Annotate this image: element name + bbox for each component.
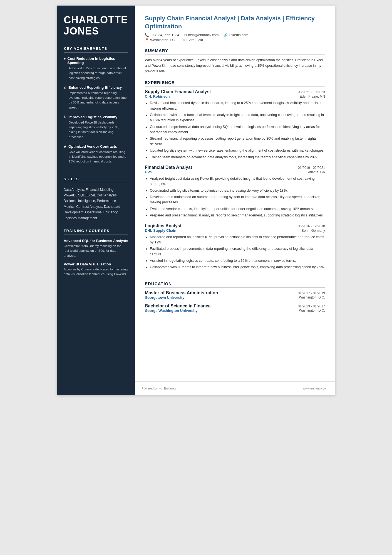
footer-left: Powered by ∞ Enhancv <box>142 386 177 391</box>
achievement-desc-4: Co-evaluated vendor contracts resulting … <box>64 150 128 164</box>
phone-text: +1-(234)-555-1234 <box>150 33 179 37</box>
exp-bullets-1: Devised and implemented dynamic dashboar… <box>145 100 325 160</box>
exp-header-1: Supply Chain Financial Analyst 03/2021 -… <box>145 89 325 94</box>
bullet-2-5: Prepared and presented financial analysi… <box>150 213 325 218</box>
training-item-2: Power BI Data Visualization A course by … <box>64 262 128 277</box>
bullet-2-3: Developed and maintained an automated re… <box>150 194 325 205</box>
exp-title-2: Financial Data Analyst <box>145 165 192 170</box>
exp-location-2: Atlanta, GA <box>308 170 325 174</box>
achievement-item-2: ☆ Enhanced Reporting Efficiency Implemen… <box>64 85 128 110</box>
name-block: CHARLOTTE JONES <box>64 14 128 36</box>
exp-company-1: C.H. Robinson <box>145 94 170 98</box>
bullet-2-2: Coordinated with logistics teams to opti… <box>150 188 325 193</box>
edu-school-line-2: George Washington University Washington,… <box>145 309 325 313</box>
exp-entry-2: Financial Data Analyst 01/2019 - 02/2021… <box>145 165 325 218</box>
edu-header-1: Master of Business Administration 01/201… <box>145 290 325 295</box>
skills-text: Data Analysis, Financial Modeling, Power… <box>64 187 128 221</box>
last-name: JONES <box>64 25 99 37</box>
training-title-1: Advanced SQL for Business Analysts <box>64 239 128 243</box>
bullet-1-2: Collaborated with cross-functional teams… <box>150 112 325 123</box>
extra-item: ☆ Extra Field <box>182 38 203 42</box>
footer-website: www.enhancv.com <box>303 387 328 390</box>
edu-school-1: Georgetown University <box>145 295 184 300</box>
powered-by-text: Powered by <box>142 387 158 390</box>
exp-dates-1: 03/2021 - 10/2023 <box>298 90 325 94</box>
enhancv-logo-icon: ∞ <box>159 386 162 391</box>
bullet-2-4: Evaluated vendor contracts, identifying … <box>150 206 325 212</box>
main-and-footer: Supply Chain Financial Analyst | Data An… <box>135 6 335 395</box>
full-name: CHARLOTTE JONES <box>64 14 128 36</box>
achievement-item-4: ★ Optimized Vendor Contracts Co-evaluate… <box>64 144 128 164</box>
bullet-3-2: Facilitated process improvements in data… <box>150 246 325 257</box>
bullet-2-1: Analyzed freight cost data using PowerBI… <box>150 176 325 187</box>
edu-entry-1: Master of Business Administration 01/201… <box>145 290 325 300</box>
edu-dates-2: 01/2013 - 01/2017 <box>298 304 325 308</box>
edu-school-2: George Washington University <box>145 309 198 313</box>
achievement-title-4: ★ Optimized Vendor Contracts <box>64 144 128 149</box>
achievement-title-3: ⚐ Improved Logistics Visibility <box>64 115 128 119</box>
skills-title: SKILLS <box>64 177 128 183</box>
exp-location-3: Bonn, Germany <box>302 229 325 233</box>
summary-title: SUMMARY <box>145 48 325 55</box>
training-section: TRAINING / COURSES Advanced SQL for Busi… <box>64 229 128 280</box>
bullet-1-6: Trained team members on advanced data an… <box>150 155 325 160</box>
edu-degree-1: Master of Business Administration <box>145 290 218 295</box>
education-section: EDUCATION Master of Business Administrat… <box>145 281 325 317</box>
training-desc-2: A course by Coursera dedicated to master… <box>64 267 128 277</box>
contact-line-2: 📍 Washington, D.C. ☆ Extra Field <box>145 38 325 42</box>
exp-title-1: Supply Chain Financial Analyst <box>145 89 211 94</box>
bullet-1-1: Devised and implemented dynamic dashboar… <box>150 100 325 111</box>
edu-location-1: Washington, D.C. <box>299 295 325 300</box>
phone-item: 📞 +1-(234)-555-1234 <box>145 33 179 37</box>
edu-entry-2: Bachelor of Science in Finance 01/2013 -… <box>145 304 325 313</box>
edu-header-2: Bachelor of Science in Finance 01/2013 -… <box>145 304 325 309</box>
location-icon: 📍 <box>145 38 149 42</box>
contact-line: 📞 +1-(234)-555-1234 ✉ help@enhancv.com 🔗… <box>145 33 325 37</box>
achievement-item-1: ♥ Cost Reduction in Logistics Spending A… <box>64 56 128 80</box>
bullet-1-5: Updated logistics system with new servic… <box>150 148 325 153</box>
location-item: 📍 Washington, D.C. <box>145 38 177 42</box>
email-icon: ✉ <box>184 33 187 37</box>
achievement-desc-3: Developed PowerBI dashboards improving l… <box>64 120 128 139</box>
star-outline-icon: ☆ <box>64 86 67 90</box>
location-text: Washington, D.C. <box>150 38 177 42</box>
training-title: TRAINING / COURSES <box>64 229 128 235</box>
edu-school-line-1: Georgetown University Washington, D.C. <box>145 295 325 300</box>
training-title-2: Power BI Data Visualization <box>64 262 128 266</box>
first-name: CHARLOTTE <box>64 14 128 26</box>
email-item: ✉ help@enhancv.com <box>184 33 219 37</box>
exp-company-line-1: C.H. Robinson Eden Prairie, MN <box>145 94 325 98</box>
skills-section: SKILLS Data Analysis, Financial Modeling… <box>64 177 128 221</box>
resume-footer: Powered by ∞ Enhancv www.enhancv.com <box>135 381 335 395</box>
exp-header-2: Financial Data Analyst 01/2019 - 02/2021 <box>145 165 325 170</box>
linkedin-text: linkedin.com <box>229 33 248 37</box>
bullet-1-4: Streamlined financial reporting processe… <box>150 136 325 147</box>
brand-name: Enhancv <box>164 387 177 390</box>
achievement-desc-2: Implemented automated reporting systems,… <box>64 91 128 110</box>
edu-degree-2: Bachelor of Science in Finance <box>145 304 211 309</box>
exp-company-line-2: UPS Atlanta, GA <box>145 170 325 174</box>
email-text: help@enhancv.com <box>188 33 219 37</box>
experience-section: EXPERIENCE Supply Chain Financial Analys… <box>145 80 325 275</box>
exp-header-3: Logistics Analyst 06/2016 - 12/2018 <box>145 223 325 228</box>
exp-bullets-2: Analyzed freight cost data using PowerBI… <box>145 176 325 218</box>
training-desc-1: Certification from Udemy focusing on the… <box>64 244 128 258</box>
resume-container: CHARLOTTE JONES KEY ACHIEVEMENTS ♥ Cost … <box>57 6 335 395</box>
linkedin-icon: 🔗 <box>224 33 228 37</box>
edu-dates-1: 01/2017 - 01/2019 <box>298 291 325 295</box>
experience-title: EXPERIENCE <box>145 80 325 87</box>
bullet-3-3: Assisted in negotiating logistics contra… <box>150 258 325 263</box>
edu-location-2: Washington, D.C. <box>299 309 325 313</box>
achievements-title: KEY ACHIEVEMENTS <box>64 46 128 53</box>
star-filled-icon: ★ <box>64 145 67 149</box>
achievement-title-2: ☆ Enhanced Reporting Efficiency <box>64 85 128 90</box>
education-title: EDUCATION <box>145 281 325 288</box>
heart-icon: ♥ <box>64 57 66 61</box>
flag-icon: ⚐ <box>64 115 67 119</box>
exp-title-3: Logistics Analyst <box>145 223 182 228</box>
main-content: Supply Chain Financial Analyst | Data An… <box>135 6 335 381</box>
training-item-1: Advanced SQL for Business Analysts Certi… <box>64 239 128 258</box>
achievement-desc-1: Achieved a 15% reduction in operational … <box>64 66 128 80</box>
achievement-title-1: ♥ Cost Reduction in Logistics Spending <box>64 56 128 65</box>
exp-company-3: DHL Supply Chain <box>145 228 176 233</box>
